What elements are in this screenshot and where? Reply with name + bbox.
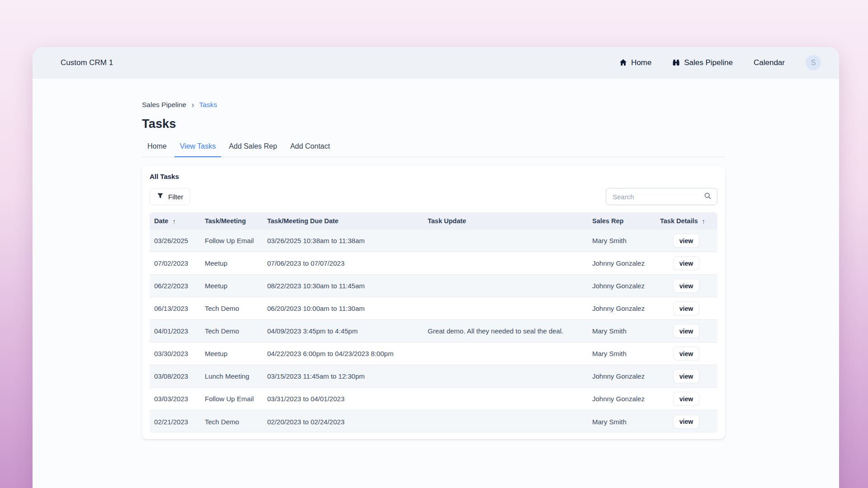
cell-task-meeting: Lunch Meeting <box>200 372 263 380</box>
cell-task-details: view <box>656 392 717 406</box>
cell-task-details: view <box>656 324 717 338</box>
tab-bar: Home View Tasks Add Sales Rep Add Contac… <box>142 142 725 157</box>
cell-task-meeting: Meetup <box>200 282 263 290</box>
cell-sales-rep: Mary Smith <box>588 237 656 244</box>
cell-date: 06/22/2023 <box>150 282 200 290</box>
cell-due-date: 07/06/2023 to 07/07/2023 <box>263 259 423 267</box>
table-body: 03/26/2025 Follow Up Email 03/26/2025 10… <box>150 230 717 433</box>
table-row: 03/26/2025 Follow Up Email 03/26/2025 10… <box>150 230 717 252</box>
view-button[interactable]: view <box>673 324 699 338</box>
filter-button[interactable]: Filter <box>150 188 190 205</box>
table-header-row: Date ↑ Task/Meeting Task/Meeting Due Dat… <box>150 212 717 230</box>
table-row: 06/22/2023 Meetup 08/22/2023 10:30am to … <box>150 275 717 297</box>
table-row: 03/03/2023 Follow Up Email 03/31/2023 to… <box>150 388 717 410</box>
cell-due-date: 06/20/2023 10:00am to 11:30am <box>263 305 423 312</box>
view-button[interactable]: view <box>673 256 699 270</box>
cell-task-details: view <box>656 415 717 429</box>
cell-task-details: view <box>656 279 717 293</box>
view-button[interactable]: view <box>673 415 699 429</box>
column-label: Date <box>154 217 168 225</box>
view-button[interactable]: view <box>673 279 699 293</box>
column-label: Sales Rep <box>592 217 623 225</box>
breadcrumb: Sales Pipeline › Tasks <box>142 100 839 109</box>
filter-icon <box>157 192 164 201</box>
app-window: Custom CRM 1 Home Sales <box>33 47 839 488</box>
table-row: 03/08/2023 Lunch Meeting 03/15/2023 11:4… <box>150 365 717 388</box>
cell-date: 03/08/2023 <box>150 372 200 380</box>
cell-due-date: 02/20/2023 to 02/24/2023 <box>263 418 423 426</box>
cell-sales-rep: Johnny Gonzalez <box>588 395 656 403</box>
home-icon <box>619 59 627 66</box>
nav-menu: Home Sales Pipeline Calendar <box>619 55 821 70</box>
cell-due-date: 08/22/2023 10:30am to 11:45am <box>263 282 423 290</box>
view-button[interactable]: view <box>673 347 699 361</box>
column-header-task-details[interactable]: Task Details ↑ <box>656 217 717 225</box>
column-header-sales-rep: Sales Rep <box>588 217 656 225</box>
column-header-task-meeting: Task/Meeting <box>200 217 263 225</box>
cell-due-date: 03/26/2025 10:38am to 11:38am <box>263 237 423 244</box>
cell-sales-rep: Johnny Gonzalez <box>588 282 656 290</box>
nav-item-label: Home <box>631 58 651 67</box>
cell-task-details: view <box>656 256 717 270</box>
table-row: 06/13/2023 Tech Demo 06/20/2023 10:00am … <box>150 297 717 320</box>
cell-date: 03/03/2023 <box>150 395 200 403</box>
column-label: Task Update <box>428 217 466 225</box>
column-label: Task/Meeting Due Date <box>267 217 339 225</box>
view-button[interactable]: view <box>673 234 699 248</box>
page-content: Sales Pipeline › Tasks Tasks Home View T… <box>33 79 839 439</box>
cell-due-date: 04/09/2023 3:45pm to 4:45pm <box>263 327 423 335</box>
nav-item-sales-pipeline[interactable]: Sales Pipeline <box>672 58 733 67</box>
cell-task-details: view <box>656 301 717 315</box>
cell-due-date: 04/22/2023 6:00pm to 04/23/2023 8:00pm <box>263 350 423 357</box>
cell-task-details: view <box>656 369 717 383</box>
view-button[interactable]: view <box>673 301 699 315</box>
cell-task-meeting: Tech Demo <box>200 418 263 426</box>
breadcrumb-parent[interactable]: Sales Pipeline <box>142 101 186 109</box>
cell-task-details: view <box>656 234 717 248</box>
user-avatar[interactable]: S <box>806 55 821 70</box>
tab-view-tasks[interactable]: View Tasks <box>175 142 221 157</box>
cell-task-meeting: Tech Demo <box>200 327 263 335</box>
chevron-right-icon: › <box>191 102 194 108</box>
table-row: 02/21/2023 Tech Demo 02/20/2023 to 02/24… <box>150 410 717 433</box>
column-header-due-date: Task/Meeting Due Date <box>263 217 423 225</box>
nav-item-label: Calendar <box>754 58 785 67</box>
tab-add-contact[interactable]: Add Contact <box>285 142 335 157</box>
column-header-task-update: Task Update <box>423 217 588 225</box>
search-icon <box>704 192 712 202</box>
view-button[interactable]: view <box>673 392 699 406</box>
app-title: Custom CRM 1 <box>61 58 113 67</box>
search-input[interactable] <box>612 192 704 201</box>
top-nav: Custom CRM 1 Home Sales <box>33 47 839 79</box>
view-button[interactable]: view <box>673 369 699 383</box>
tasks-table: Date ↑ Task/Meeting Task/Meeting Due Dat… <box>150 212 717 433</box>
cell-sales-rep: Johnny Gonzalez <box>588 259 656 267</box>
cell-due-date: 03/31/2023 to 04/01/2023 <box>263 395 423 403</box>
cell-date: 07/02/2023 <box>150 259 200 267</box>
page-title: Tasks <box>142 116 839 131</box>
nav-item-calendar[interactable]: Calendar <box>754 58 785 67</box>
card-title: All Tasks <box>150 173 717 180</box>
avatar-initial: S <box>811 59 816 67</box>
table-toolbar: Filter <box>150 188 717 205</box>
cell-date: 03/26/2025 <box>150 237 200 244</box>
cell-date: 02/21/2023 <box>150 418 200 426</box>
search-box <box>606 188 717 205</box>
sort-ascending-icon[interactable]: ↑ <box>172 217 176 225</box>
cell-date: 03/30/2023 <box>150 350 200 357</box>
cell-sales-rep: Mary Smith <box>588 350 656 357</box>
tab-add-sales-rep[interactable]: Add Sales Rep <box>223 142 283 157</box>
nav-item-home[interactable]: Home <box>619 58 651 67</box>
cell-task-details: view <box>656 347 717 361</box>
binoculars-icon <box>672 59 680 66</box>
sort-ascending-icon[interactable]: ↑ <box>702 217 706 225</box>
tab-home[interactable]: Home <box>142 142 172 157</box>
cell-task-meeting: Meetup <box>200 259 263 267</box>
cell-task-meeting: Tech Demo <box>200 305 263 312</box>
cell-date: 06/13/2023 <box>150 305 200 312</box>
nav-item-label: Sales Pipeline <box>684 58 733 67</box>
column-header-date[interactable]: Date ↑ <box>150 217 200 225</box>
breadcrumb-current[interactable]: Tasks <box>199 101 217 109</box>
cell-sales-rep: Johnny Gonzalez <box>588 372 656 380</box>
cell-sales-rep: Johnny Gonzalez <box>588 305 656 312</box>
